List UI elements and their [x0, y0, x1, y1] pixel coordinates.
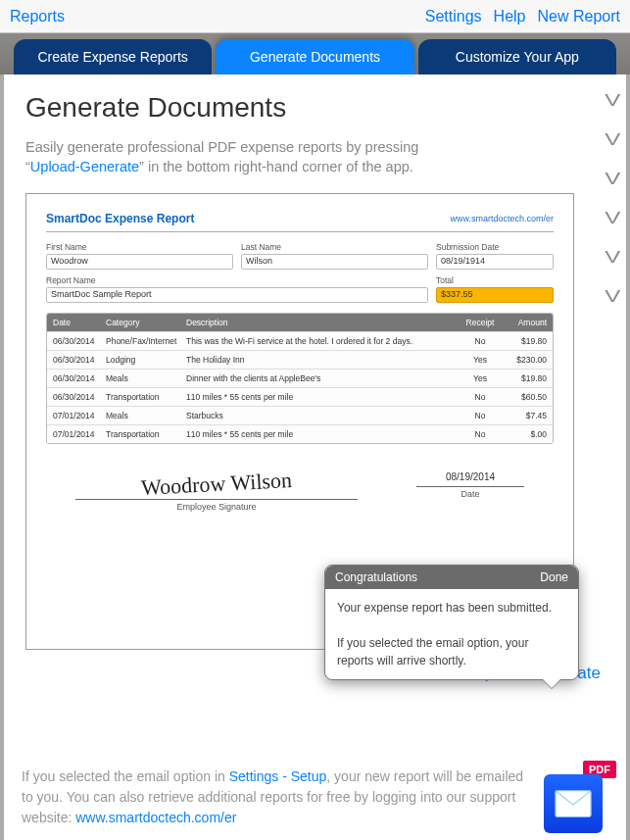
popup-title: Congratulations — [335, 570, 417, 584]
popup-done-button[interactable]: Done — [540, 570, 568, 584]
table-row: 06/30/2014Phone/Fax/InternetThis was the… — [47, 331, 553, 350]
table-row: 07/01/2014MealsStarbucksNo$7.45 — [47, 406, 553, 424]
tab-bar: Create Expense Reports Generate Document… — [0, 33, 630, 74]
support-website-link[interactable]: www.smartdoctech.com/er — [75, 810, 236, 825]
total-label: Total — [436, 275, 554, 285]
table-row: 06/30/2014LodgingThe Holiday InnYes$230.… — [47, 350, 553, 369]
last-name-label: Last Name — [241, 242, 428, 252]
signature-date: 08/19/2014 — [416, 471, 524, 484]
chevron-down-icon[interactable]: V — [606, 288, 621, 306]
chevron-down-icon[interactable]: V — [606, 131, 621, 149]
table-row: 07/01/2014Transportation110 miles * 55 c… — [47, 424, 553, 443]
page-title: Generate Documents — [25, 92, 605, 124]
footer-text: If you selected the email option in Sett… — [22, 766, 532, 828]
back-button[interactable]: Reports — [10, 8, 65, 25]
first-name-field: Woodrow — [46, 254, 233, 270]
help-button[interactable]: Help — [494, 8, 526, 25]
total-field: $337.55 — [436, 287, 554, 303]
report-name-field: SmartDoc Sample Report — [46, 287, 428, 303]
page-lead: Easily generate professional PDF expense… — [25, 137, 437, 177]
footer: If you selected the email option in Sett… — [4, 753, 626, 840]
report-preview: SmartDoc Expense Report www.smartdoctech… — [25, 193, 574, 650]
first-name-label: First Name — [46, 242, 233, 252]
tab-customize-your-app[interactable]: Customize Your App — [418, 39, 616, 74]
last-name-field: Wilson — [241, 254, 428, 270]
popup-body-2: If you selected the email option, your r… — [337, 634, 566, 669]
submission-date-label: Submission Date — [436, 242, 554, 252]
signature-date-label: Date — [416, 486, 524, 499]
chevron-down-icon[interactable]: V — [606, 171, 621, 188]
report-url: www.smartdoctech.com/er — [450, 214, 554, 223]
chevron-down-icon[interactable]: V — [606, 210, 621, 227]
pdf-email-icon[interactable]: PDF — [544, 768, 608, 833]
table-header: Date Category Description Receipt Amount — [47, 314, 553, 331]
settings-button[interactable]: Settings — [425, 8, 482, 25]
table-row: 06/30/2014MealsDinner with the clients a… — [47, 369, 553, 387]
tab-generate-documents[interactable]: Generate Documents — [216, 39, 413, 74]
report-name-label: Report Name — [46, 275, 428, 285]
navbar: Reports Settings Help New Report — [0, 0, 630, 33]
envelope-icon — [555, 789, 592, 818]
submission-date-field: 08/19/1914 — [436, 254, 554, 270]
settings-setup-link[interactable]: Settings - Setup — [229, 768, 327, 784]
popup-body-1: Your expense report has been submitted. — [337, 599, 566, 617]
congratulations-popup: Congratulations Done Your expense report… — [324, 565, 579, 680]
chevron-down-icon[interactable]: V — [606, 249, 621, 267]
table-row: 06/30/2014Transportation110 miles * 55 c… — [47, 387, 553, 406]
upload-generate-inline-link[interactable]: Upload-Generate — [30, 159, 139, 174]
new-report-button[interactable]: New Report — [538, 8, 620, 25]
expense-table: Date Category Description Receipt Amount… — [46, 313, 554, 444]
chevron-column: V V V V V V — [607, 92, 618, 306]
tab-create-expense-reports[interactable]: Create Expense Reports — [14, 39, 212, 74]
page-content: V V V V V V Generate Documents Easily ge… — [4, 74, 626, 753]
chevron-down-icon[interactable]: V — [606, 92, 621, 110]
